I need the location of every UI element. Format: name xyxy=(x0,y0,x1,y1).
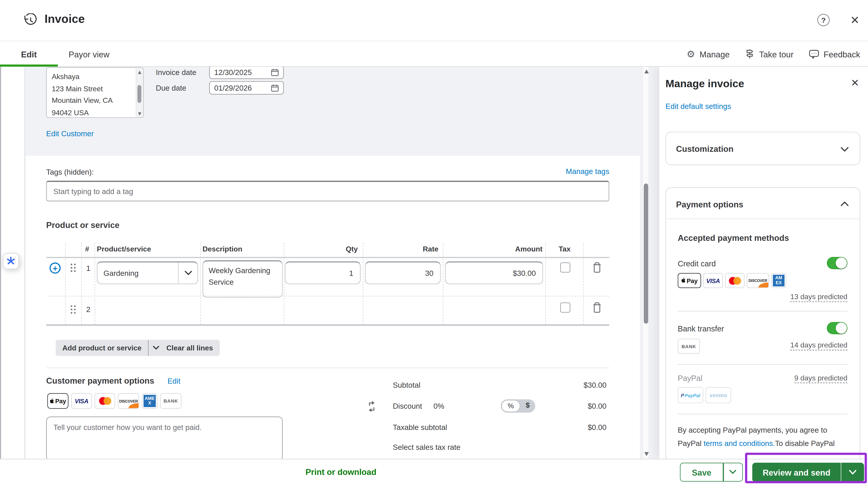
bank-transfer-toggle[interactable] xyxy=(827,322,847,334)
manage-panel-title: Manage invoice xyxy=(665,78,744,90)
review-and-send-button[interactable]: Review and send xyxy=(752,463,864,482)
column-header-tax: Tax xyxy=(559,245,570,253)
clear-all-lines-button[interactable]: Clear all lines xyxy=(160,340,219,356)
tab-edit[interactable]: Edit xyxy=(0,42,58,66)
visa-label: VISA xyxy=(706,277,720,284)
description-input[interactable]: Weekly Gardening Service xyxy=(203,260,283,297)
manage-button[interactable]: ⚙ Manage xyxy=(686,49,730,59)
discount-label: Discount xyxy=(393,402,422,411)
visa-badge: VISA xyxy=(71,393,92,409)
delete-line-icon[interactable] xyxy=(592,262,602,273)
chevron-down-icon[interactable] xyxy=(841,147,848,152)
visa-badge: VISA xyxy=(703,273,723,288)
credit-card-toggle[interactable] xyxy=(827,257,847,269)
discover-swoosh xyxy=(758,283,768,287)
payment-edit-link[interactable]: Edit xyxy=(167,377,180,385)
chevron-up-icon[interactable] xyxy=(841,201,848,206)
take-tour-button[interactable]: Take tour xyxy=(745,49,794,59)
table-header-divider xyxy=(46,257,609,258)
manage-tags-link[interactable]: Manage tags xyxy=(566,167,609,176)
payment-message-input[interactable] xyxy=(46,417,283,459)
address-scrollbar[interactable] xyxy=(136,68,143,118)
print-or-download-link[interactable]: Print or download xyxy=(305,467,376,477)
billing-address-field[interactable]: Akshaya 123 Main Street Mountain View, C… xyxy=(46,67,144,118)
main-scrollbar-thumb[interactable] xyxy=(644,184,648,324)
amex-badge: AMEX xyxy=(142,393,158,409)
terms-and-conditions-link[interactable]: terms and conditions. xyxy=(704,440,775,448)
insert-line-icon[interactable]: + xyxy=(50,263,61,273)
save-button[interactable]: Save xyxy=(680,463,743,482)
close-icon[interactable]: ✕ xyxy=(850,12,860,28)
delete-line-icon[interactable] xyxy=(592,302,602,313)
customization-label: Customization xyxy=(676,144,734,154)
column-separator xyxy=(443,242,443,324)
tax-checkbox-row-1[interactable] xyxy=(560,263,570,272)
tax-checkbox-row-2[interactable] xyxy=(560,302,570,313)
discount-percent-value[interactable]: 0% xyxy=(434,402,444,411)
rate-input[interactable] xyxy=(365,261,441,284)
assistant-button[interactable] xyxy=(3,253,19,269)
edit-customer-link[interactable]: Edit Customer xyxy=(46,130,94,138)
bank-badge: BANK xyxy=(678,339,700,354)
review-and-send-dropdown-button[interactable] xyxy=(841,463,864,482)
percent-option[interactable]: % xyxy=(501,400,520,412)
row-number: 1 xyxy=(86,264,91,272)
feedback-button[interactable]: Feedback xyxy=(809,49,860,59)
applepay-badge: Pay xyxy=(678,273,701,288)
invoice-editor-window: Invoice ? ✕ Edit Payor view ⚙ Manage Tak… xyxy=(0,0,868,488)
tag-input[interactable] xyxy=(46,181,609,201)
manage-invoice-panel: Manage invoice ✕ Edit default settings C… xyxy=(659,67,868,459)
drag-handle[interactable] xyxy=(70,305,76,314)
column-separator xyxy=(545,242,546,324)
add-product-button[interactable]: Add product or service xyxy=(56,340,164,356)
column-header-rate: Rate xyxy=(423,245,438,253)
save-dropdown-button[interactable] xyxy=(723,463,742,481)
chevron-down-icon[interactable] xyxy=(179,271,197,275)
window-header: Invoice ? ✕ xyxy=(0,0,868,41)
product-service-select[interactable]: Gardening xyxy=(97,261,198,284)
help-icon[interactable]: ? xyxy=(817,14,830,26)
address-scrollbar-thumb[interactable] xyxy=(137,85,141,103)
toggle-knob xyxy=(836,323,847,334)
audit-history-icon[interactable] xyxy=(23,13,38,28)
credit-card-predicted-link[interactable]: 13 days predicted xyxy=(790,293,847,302)
bank-transfer-predicted-link[interactable]: 14 days predicted xyxy=(790,341,847,350)
applepay-badge: Pay xyxy=(47,393,68,409)
scroll-up-arrow-icon[interactable] xyxy=(138,71,141,74)
discount-type-toggle[interactable]: % $ xyxy=(501,399,535,413)
address-line: 123 Main Street xyxy=(52,83,132,95)
calendar-icon[interactable] xyxy=(271,84,279,92)
discover-swoosh xyxy=(129,403,138,408)
qty-input[interactable] xyxy=(285,261,361,284)
swap-discount-tax-icon[interactable] xyxy=(367,401,376,412)
panel-close-icon[interactable]: ✕ xyxy=(851,77,859,89)
table-bottom-border xyxy=(46,324,609,326)
subtotal-label: Subtotal xyxy=(393,381,421,389)
address-line: Mountain View, CA xyxy=(52,94,132,106)
select-sales-tax-link[interactable]: Select sales tax rate xyxy=(393,443,460,452)
calendar-icon[interactable] xyxy=(271,68,279,76)
column-header-num: # xyxy=(85,245,89,253)
address-line: 94042 USA xyxy=(52,106,132,118)
main-scrollbar[interactable] xyxy=(642,67,649,459)
applepay-label: Pay xyxy=(55,398,66,404)
scroll-down-arrow-icon[interactable] xyxy=(138,112,141,116)
discover-label: DISCOVER xyxy=(119,399,138,403)
paypal-predicted-link[interactable]: 9 days predicted xyxy=(794,374,847,383)
footer-action-bar: Print or download Save Review and send xyxy=(0,459,868,488)
customization-card[interactable]: Customization xyxy=(665,132,860,165)
drag-handle[interactable] xyxy=(70,263,76,272)
paypal-label: PayPal xyxy=(678,374,702,383)
add-product-label: Add product or service xyxy=(56,340,148,356)
edit-default-settings-link[interactable]: Edit default settings xyxy=(665,102,731,111)
workspace: Akshaya 123 Main Street Mountain View, C… xyxy=(0,67,868,459)
dollar-option[interactable]: $ xyxy=(526,401,530,410)
discover-badge: DISCOVER xyxy=(747,273,769,288)
amex-label: AMEX xyxy=(144,395,156,407)
taxable-subtotal-label: Taxable subtotal xyxy=(393,423,447,431)
amount-input[interactable] xyxy=(445,261,543,284)
scroll-up-arrow-icon[interactable] xyxy=(644,70,649,73)
tab-payor-view[interactable]: Payor view xyxy=(66,42,112,66)
scroll-down-arrow-icon[interactable] xyxy=(644,452,649,456)
column-separator xyxy=(81,242,82,324)
